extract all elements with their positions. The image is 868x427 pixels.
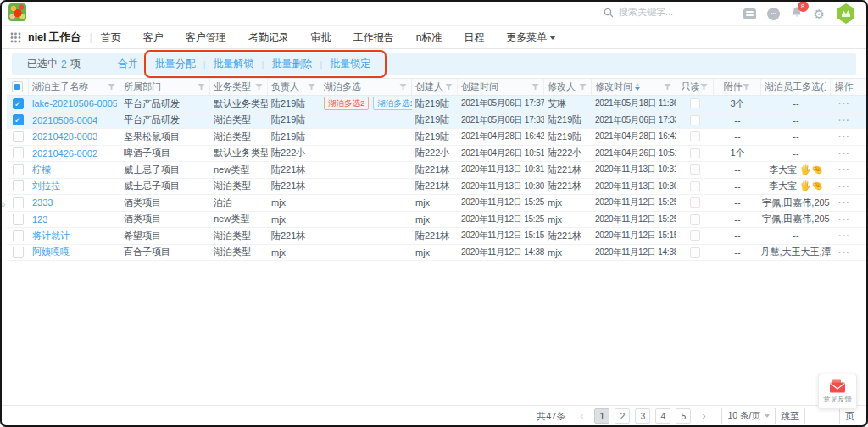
avatar[interactable] — [836, 3, 856, 24]
record-link[interactable]: 20210426-0002 — [32, 148, 97, 158]
global-search[interactable]: 搜索关键字... — [604, 6, 673, 19]
app-grid-icon[interactable] — [10, 32, 21, 43]
page-button-5[interactable]: 5 — [676, 408, 691, 424]
prev-page-button[interactable]: ‹ — [574, 408, 589, 424]
row-actions-button[interactable]: ··· — [838, 148, 850, 158]
expand-sidebar-icon[interactable]: » — [1, 200, 6, 209]
workspace-title[interactable]: niel 工作台 — [28, 30, 81, 45]
feedback-button[interactable]: 意见反馈 — [818, 374, 857, 409]
filter-icon[interactable] — [700, 83, 708, 91]
batch-button-2[interactable]: 批量删除 — [271, 57, 312, 71]
row-checkbox[interactable] — [13, 114, 24, 125]
column-header-modifier[interactable]: 修改人 — [544, 79, 592, 95]
record-link[interactable]: 刘拉拉 — [32, 180, 60, 192]
column-header-dept[interactable]: 所属部门 — [120, 79, 210, 95]
page-button-1[interactable]: 1 — [594, 408, 609, 424]
table-row-6[interactable]: 2333酒类项目泊泊mjxmjx2020年11月12日 15:25mjx2020… — [7, 195, 868, 212]
filter-icon[interactable] — [399, 83, 407, 91]
table-row-2[interactable]: 20210428-0003坚果松鼠项目湖泊类型陆219陆陆219陆2021年04… — [7, 129, 868, 146]
nav-item-5[interactable]: 工作报告 — [353, 30, 394, 45]
filter-icon[interactable] — [579, 83, 587, 91]
filter-icon[interactable] — [255, 83, 263, 91]
table-row-0[interactable]: lake-20210506-0005平台产品研发默认业务类型陆219陆湖泊多选2… — [7, 96, 868, 113]
row-checkbox[interactable] — [13, 230, 24, 241]
filter-icon[interactable] — [743, 83, 750, 91]
page-button-4[interactable]: 4 — [655, 408, 670, 424]
notifications-button[interactable]: 8 — [791, 6, 803, 22]
column-header-readonly[interactable]: 只读 — [676, 79, 714, 95]
column-header-ctime[interactable]: 创建时间 — [458, 79, 544, 95]
row-checkbox[interactable] — [13, 164, 24, 175]
notebook-icon[interactable] — [743, 8, 756, 19]
more-menu-button[interactable]: 更多菜单 — [506, 30, 556, 45]
record-link[interactable]: 123 — [32, 214, 47, 225]
row-checkbox[interactable] — [13, 197, 24, 208]
filter-icon[interactable] — [308, 83, 315, 91]
table-row-4[interactable]: 柠檬威士忌子项目new类型陆221林陆221林2020年11月13日 10:31… — [7, 162, 868, 179]
nav-item-2[interactable]: 客户管理 — [186, 30, 226, 45]
row-checkbox[interactable] — [13, 214, 24, 225]
column-header-name[interactable]: 湖泊主子名称 — [29, 79, 120, 95]
table-row-9[interactable]: 阿姨嘎嘎百合子项目湖泊类型mjxmjx2020年11月12日 14:38mjx2… — [7, 245, 868, 262]
record-link[interactable]: 阿姨嘎嘎 — [32, 246, 70, 258]
table-row-7[interactable]: 123酒类项目new类型mjxmjx2020年11月12日 15:25mjx20… — [7, 212, 868, 229]
page-button-3[interactable]: 3 — [635, 408, 650, 424]
row-actions-button[interactable]: ··· — [838, 98, 850, 108]
filter-icon[interactable] — [445, 83, 453, 91]
filter-icon[interactable] — [108, 83, 115, 91]
nav-item-6[interactable]: n标准 — [416, 30, 442, 45]
record-link[interactable]: 20210506-0004 — [32, 115, 97, 125]
row-actions-button[interactable]: ··· — [838, 230, 850, 241]
table-row-8[interactable]: 将计就计希望项目湖泊类型陆221林陆221林2020年11月12日 15:15陆… — [7, 228, 868, 245]
record-link[interactable]: 将计就计 — [32, 230, 70, 242]
row-checkbox[interactable] — [13, 180, 24, 191]
sort-icon[interactable] — [635, 83, 640, 91]
column-header-check[interactable] — [7, 79, 29, 95]
nav-item-1[interactable]: 客户 — [143, 30, 164, 45]
row-actions-button[interactable]: ··· — [838, 247, 850, 258]
column-header-mtime[interactable]: 修改时间 — [592, 79, 676, 95]
row-actions-button[interactable]: ··· — [838, 197, 850, 208]
cell-dept: 平台产品研发 — [120, 96, 210, 112]
column-header-owner[interactable]: 负责人 — [268, 79, 320, 95]
nav-item-7[interactable]: 日程 — [464, 30, 484, 45]
page-size-select[interactable]: 10 条/页 — [721, 408, 776, 424]
filter-icon[interactable] — [198, 83, 205, 91]
nav-item-3[interactable]: 考勤记录 — [248, 30, 289, 45]
next-page-button[interactable]: › — [696, 408, 711, 424]
row-checkbox[interactable] — [13, 131, 24, 142]
table-row-1[interactable]: 20210506-0004平台产品研发湖泊类型陆219陆陆219陆2021年05… — [7, 113, 868, 130]
record-link[interactable]: 柠檬 — [32, 164, 51, 176]
row-checkbox[interactable] — [13, 98, 24, 109]
nav-item-0[interactable]: 首页 — [101, 30, 121, 45]
row-actions-button[interactable]: ··· — [838, 164, 850, 175]
merge-button[interactable]: 合并 — [118, 57, 138, 71]
column-header-tags[interactable]: 湖泊多选 — [320, 79, 412, 95]
select-all-checkbox[interactable] — [12, 81, 23, 92]
page-button-2[interactable]: 2 — [615, 408, 630, 424]
batch-button-1[interactable]: 批量解锁 — [214, 57, 254, 71]
nav-item-4[interactable]: 审批 — [311, 30, 331, 45]
column-header-attach[interactable]: 附件 — [714, 79, 761, 95]
table-row-3[interactable]: 20210426-0002啤酒子项目默认业务类型陆222小陆222小2021年0… — [7, 146, 868, 163]
batch-button-0[interactable]: 批量分配 — [155, 57, 196, 71]
row-actions-button[interactable]: ··· — [838, 131, 850, 141]
batch-button-3[interactable]: 批量锁定 — [330, 57, 370, 71]
record-link[interactable]: lake-20210506-0005 — [32, 98, 117, 108]
message-icon[interactable] — [767, 8, 780, 20]
jump-page-input[interactable] — [804, 408, 840, 424]
column-header-creator[interactable]: 创建人 — [412, 79, 458, 95]
row-actions-button[interactable]: ··· — [838, 181, 850, 191]
record-link[interactable]: 2333 — [32, 197, 53, 208]
row-checkbox[interactable] — [13, 147, 24, 158]
row-actions-button[interactable]: ··· — [838, 214, 850, 225]
row-actions-button[interactable]: ··· — [838, 115, 850, 125]
app-logo[interactable] — [8, 3, 26, 21]
filter-icon[interactable] — [531, 83, 539, 91]
filter-icon[interactable] — [664, 83, 671, 91]
gear-icon[interactable]: ⚙ — [814, 8, 825, 20]
column-header-type[interactable]: 业务类型 — [210, 79, 268, 95]
record-link[interactable]: 20210428-0003 — [32, 131, 97, 141]
row-checkbox[interactable] — [13, 247, 24, 258]
table-row-5[interactable]: 刘拉拉威士忌子项目湖泊类型陆221林陆221林2020年11月13日 10:30… — [7, 179, 868, 196]
